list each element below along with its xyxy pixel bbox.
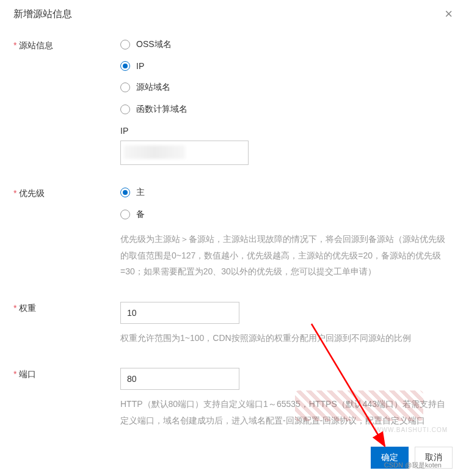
port-content: HTTP（默认80端口）支持自定义端口1～65535，HTTPS（默认443端口…	[120, 368, 453, 428]
radio-label: OSS域名	[136, 39, 172, 50]
radio-label: 备	[136, 209, 145, 220]
row-origin-info: *源站信息 OSS域名 IP 源站域名 函数计算域名 IP	[13, 39, 453, 165]
radio-icon	[120, 61, 130, 71]
port-label-text: 端口	[19, 369, 36, 379]
radio-label: 主	[136, 187, 145, 198]
radio-icon	[120, 188, 130, 197]
radio-origin-domain[interactable]: 源站域名	[120, 82, 453, 93]
origin-info-content: OSS域名 IP 源站域名 函数计算域名 IP	[120, 39, 453, 165]
radio-icon	[120, 40, 130, 49]
radio-icon	[120, 210, 130, 219]
ip-input-wrap	[120, 141, 249, 165]
required-marker: *	[13, 369, 16, 379]
radio-primary[interactable]: 主	[120, 187, 453, 198]
redacted-overlay	[124, 145, 185, 159]
priority-help: 优先级为主源站＞备源站，主源站出现故障的情况下，将会回源到备源站（源站优先级的取…	[120, 231, 453, 280]
origin-info-label-text: 源站信息	[19, 40, 53, 50]
required-marker: *	[13, 40, 16, 50]
required-marker: *	[13, 303, 16, 313]
label-port: *端口	[13, 368, 120, 428]
radio-label: 源站域名	[136, 82, 170, 93]
close-icon[interactable]: ×	[445, 7, 453, 21]
label-origin-info: *源站信息	[13, 39, 120, 165]
priority-content: 主 备 优先级为主源站＞备源站，主源站出现故障的情况下，将会回源到备源站（源站优…	[120, 187, 453, 280]
weight-help: 权重允许范围为1~100，CDN按照源站的权重分配用户回源到不同源站的比例	[120, 330, 453, 346]
label-priority: *优先级	[13, 187, 120, 280]
weight-input[interactable]	[120, 302, 239, 324]
radio-oss-domain[interactable]: OSS域名	[120, 39, 453, 50]
ip-input-label: IP	[120, 126, 453, 136]
required-marker: *	[13, 188, 16, 198]
weight-label-text: 权重	[19, 303, 36, 313]
row-weight: *权重 权重允许范围为1~100，CDN按照源站的权重分配用户回源到不同源站的比…	[13, 302, 453, 346]
dialog-title: 新增源站信息	[13, 8, 72, 21]
radio-icon	[120, 82, 130, 92]
radio-backup[interactable]: 备	[120, 209, 453, 220]
radio-ip[interactable]: IP	[120, 61, 453, 71]
row-port: *端口 HTTP（默认80端口）支持自定义端口1～65535，HTTPS（默认4…	[13, 368, 453, 428]
radio-label: 函数计算域名	[136, 104, 187, 115]
row-priority: *优先级 主 备 优先级为主源站＞备源站，主源站出现故障的情况下，将会回源到备源…	[13, 187, 453, 280]
confirm-button[interactable]: 确定	[371, 447, 409, 469]
weight-content: 权重允许范围为1~100，CDN按照源站的权重分配用户回源到不同源站的比例	[120, 302, 453, 346]
dialog: 新增源站信息 × *源站信息 OSS域名 IP 源站域名 函数计算域名	[0, 0, 466, 446]
label-weight: *权重	[13, 302, 120, 346]
priority-label-text: 优先级	[19, 188, 45, 198]
dialog-header: 新增源站信息 ×	[13, 7, 453, 21]
dialog-footer: 确定 取消	[371, 447, 453, 469]
port-input[interactable]	[120, 368, 239, 390]
cancel-button[interactable]: 取消	[415, 447, 453, 469]
radio-fc-domain[interactable]: 函数计算域名	[120, 104, 453, 115]
port-help: HTTP（默认80端口）支持自定义端口1～65535，HTTPS（默认443端口…	[120, 396, 453, 428]
radio-label: IP	[136, 61, 144, 71]
radio-icon	[120, 104, 130, 114]
